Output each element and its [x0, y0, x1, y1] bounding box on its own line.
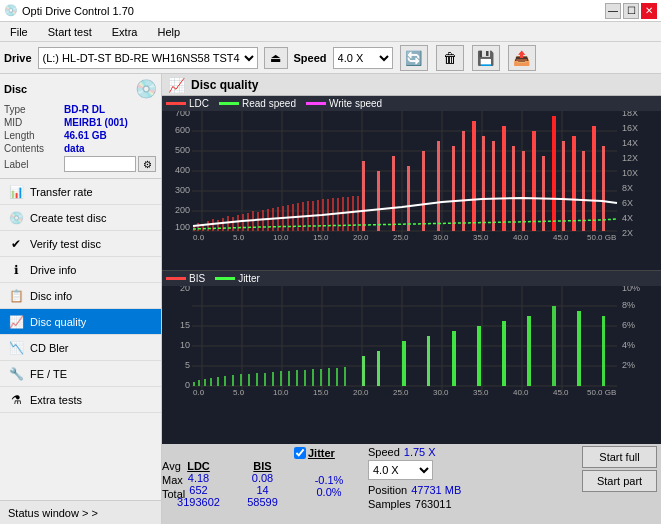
svg-rect-75	[482, 136, 485, 231]
drive-select[interactable]: (L:) HL-DT-ST BD-RE WH16NS58 TST4	[38, 47, 258, 69]
stats-total-label: Total	[162, 488, 185, 500]
menu-bar: File Start test Extra Help	[0, 22, 661, 42]
speed-select-drive[interactable]: 4.0 X	[333, 47, 393, 69]
legend-ldc: LDC	[166, 98, 209, 109]
sidebar-item-verify-test-disc[interactable]: ✔ Verify test disc	[0, 231, 161, 257]
dq-title: Disc quality	[191, 78, 258, 92]
svg-rect-76	[492, 141, 495, 231]
stats-bis-total: 58599	[235, 496, 290, 508]
bis-color	[166, 277, 186, 280]
svg-text:2X: 2X	[622, 228, 633, 238]
drive-bar: Drive (L:) HL-DT-ST BD-RE WH16NS58 TST4 …	[0, 42, 661, 74]
refresh-button[interactable]: 🔄	[400, 45, 428, 71]
sidebar-item-extra-tests[interactable]: ⚗ Extra tests	[0, 387, 161, 413]
maximize-button[interactable]: ☐	[623, 3, 639, 19]
nav-label-disc-info: Disc info	[30, 290, 72, 302]
status-window-button[interactable]: Status window > >	[0, 500, 161, 524]
svg-rect-155	[602, 316, 605, 386]
title-bar: 💿 Opti Drive Control 1.70 — ☐ ✕	[0, 0, 661, 22]
legend-ldc-label: LDC	[189, 98, 209, 109]
start-buttons: Start full Start part	[582, 446, 657, 492]
start-full-button[interactable]: Start full	[582, 446, 657, 468]
disc-quality-icon: 📈	[8, 314, 24, 330]
stats-speed-val: 1.75 X	[404, 446, 436, 458]
ldc-color	[166, 102, 186, 105]
svg-rect-35	[207, 221, 209, 231]
eject-button[interactable]: ⏏	[264, 47, 288, 69]
title-bar-left: 💿 Opti Drive Control 1.70	[4, 4, 134, 17]
main-area: Disc 💿 Type BD-R DL MID MEIRB1 (001) Len…	[0, 74, 661, 524]
svg-rect-82	[552, 116, 556, 231]
svg-text:30.0: 30.0	[433, 388, 449, 396]
start-part-button[interactable]: Start part	[582, 470, 657, 492]
lower-chart-svg: 20 15 10 5 0 10% 8% 6% 4% 2%	[162, 286, 661, 396]
disc-length-label: Length	[4, 130, 64, 141]
save-button[interactable]: 📤	[508, 45, 536, 71]
svg-rect-141	[320, 369, 322, 386]
disc-length-value: 46.61 GB	[64, 130, 107, 141]
nav-label-create-test-disc: Create test disc	[30, 212, 106, 224]
disc-type-row: Type BD-R DL	[4, 104, 157, 115]
disc-label-input[interactable]	[64, 156, 136, 172]
burn-button[interactable]: 💾	[472, 45, 500, 71]
svg-rect-139	[304, 370, 306, 386]
sidebar-item-transfer-rate[interactable]: 📊 Transfer rate	[0, 179, 161, 205]
close-button[interactable]: ✕	[641, 3, 657, 19]
legend-bis: BIS	[166, 273, 205, 284]
svg-text:2%: 2%	[622, 360, 635, 370]
sidebar-item-disc-info[interactable]: 📋 Disc info	[0, 283, 161, 309]
svg-text:20: 20	[180, 286, 190, 293]
disc-label-label: Label	[4, 159, 64, 170]
minimize-button[interactable]: —	[605, 3, 621, 19]
svg-rect-144	[344, 367, 346, 386]
nav-label-extra-tests: Extra tests	[30, 394, 82, 406]
read-speed-color	[219, 102, 239, 105]
disc-mid-value: MEIRB1 (001)	[64, 117, 128, 128]
svg-rect-148	[427, 336, 430, 386]
title-bar-controls: — ☐ ✕	[605, 3, 657, 19]
svg-rect-131	[240, 374, 242, 386]
svg-text:40.0: 40.0	[513, 388, 529, 396]
svg-text:25.0: 25.0	[393, 233, 409, 241]
disc-type-value: BD-R DL	[64, 104, 105, 115]
stats-speed-select[interactable]: 4.0 X	[368, 460, 433, 480]
svg-rect-79	[522, 151, 525, 231]
stats-jitter-header: Jitter	[308, 447, 335, 459]
menu-start-test[interactable]: Start test	[42, 25, 98, 39]
sidebar-item-fe-te[interactable]: 🔧 FE / TE	[0, 361, 161, 387]
app-title: Opti Drive Control 1.70	[22, 5, 134, 17]
sidebar-item-drive-info[interactable]: ℹ Drive info	[0, 257, 161, 283]
disc-length-row: Length 46.61 GB	[4, 130, 157, 141]
svg-rect-73	[462, 131, 465, 231]
erase-button[interactable]: 🗑	[436, 45, 464, 71]
svg-rect-145	[362, 356, 365, 386]
menu-file[interactable]: File	[4, 25, 34, 39]
svg-rect-146	[377, 351, 380, 386]
svg-rect-126	[204, 379, 206, 386]
svg-rect-140	[312, 369, 314, 386]
svg-rect-125	[198, 380, 200, 386]
menu-help[interactable]: Help	[151, 25, 186, 39]
disc-contents-row: Contents data	[4, 143, 157, 154]
jitter-checkbox[interactable]	[294, 447, 306, 459]
sidebar-item-create-test-disc[interactable]: 💿 Create test disc	[0, 205, 161, 231]
svg-rect-130	[232, 375, 234, 386]
disc-icon: 💿	[135, 78, 157, 100]
drive-label: Drive	[4, 52, 32, 64]
disc-label-button[interactable]: ⚙	[138, 156, 156, 172]
svg-rect-33	[197, 223, 199, 231]
svg-rect-38	[222, 218, 224, 231]
svg-text:25.0: 25.0	[393, 388, 409, 396]
menu-extra[interactable]: Extra	[106, 25, 144, 39]
sidebar-item-disc-quality[interactable]: 📈 Disc quality	[0, 309, 161, 335]
svg-text:15.0: 15.0	[313, 233, 329, 241]
disc-panel: Disc 💿 Type BD-R DL MID MEIRB1 (001) Len…	[0, 74, 161, 179]
svg-text:10%: 10%	[622, 286, 640, 293]
disc-label-row: Label ⚙	[4, 156, 157, 172]
svg-rect-40	[232, 217, 234, 231]
nav-label-cd-bler: CD Bler	[30, 342, 69, 354]
sidebar-item-cd-bler[interactable]: 📉 CD Bler	[0, 335, 161, 361]
create-test-disc-icon: 💿	[8, 210, 24, 226]
svg-text:18X: 18X	[622, 111, 638, 118]
svg-rect-133	[256, 373, 258, 386]
